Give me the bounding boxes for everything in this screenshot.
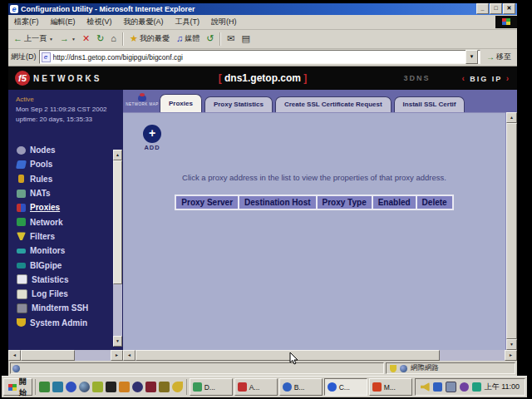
scrollbar-track[interactable] [135,350,505,361]
home-button[interactable]: ⌂ [107,32,120,45]
network-map-logo[interactable]: NETWORK MAP [125,90,160,112]
tab-proxy-statistics[interactable]: Proxy Statistics [204,96,273,112]
maximize-button[interactable]: □ [490,3,502,14]
scroll-left-icon[interactable]: ◄ [8,350,21,361]
favorites-button[interactable]: ★ 我的最愛 [126,32,173,46]
col-proxy-type[interactable]: Proxy Type [318,196,372,209]
scrollbar-thumb[interactable] [21,350,75,361]
sidebar-item-monitors[interactable]: Monitors [8,244,123,258]
sidebar-item-mindterm-ssh[interactable]: Mindterm SSH [8,301,123,315]
history-icon: ↺ [206,34,214,43]
col-delete[interactable]: Delete [417,196,452,209]
quick-launch-icon[interactable] [79,382,90,392]
quick-launch-icon[interactable] [92,382,103,392]
quick-launch-icon[interactable] [39,382,50,392]
scroll-down-icon[interactable]: ▼ [506,339,517,350]
favorites-icon: ★ [130,34,138,43]
sidebar-item-rules[interactable]: Rules [8,172,123,186]
col-proxy-server[interactable]: Proxy Server [176,196,238,209]
quick-launch-icon[interactable] [159,382,170,392]
quick-launch-icon[interactable] [66,382,76,392]
tab-proxies[interactable]: Proxies [160,94,202,112]
instruction-text: Click a proxy address in the list to vie… [123,173,505,182]
scroll-up-icon[interactable]: ▲ [506,112,517,123]
taskbar-window-button[interactable]: B... [279,378,323,396]
taskbar-clock: 上午 11:00 [485,382,520,392]
col-enabled[interactable]: Enabled [373,196,416,209]
quick-launch-icon[interactable] [132,382,143,392]
start-button[interactable]: 開始 [3,378,32,396]
media-button[interactable]: ♫ 媒體 [173,32,203,46]
sidebar-scrollbar[interactable]: ▲ ▼ [113,150,122,347]
sidebar-item-nats[interactable]: NATs [8,186,123,200]
sidebar-item-network[interactable]: Network [8,214,123,229]
sidebar-item-proxies[interactable]: Proxies [8,200,123,214]
sidebar-item-log-files[interactable]: Log Files [8,287,123,301]
scroll-right-icon[interactable]: ► [505,350,517,361]
system-tray: 上午 11:00 [415,378,525,396]
menu-help[interactable]: 說明(H) [205,15,243,29]
scroll-down-icon[interactable]: ▼ [113,336,122,347]
scrollbar-track[interactable] [21,350,111,361]
menu-file[interactable]: 檔案(F) [8,15,45,29]
taskbar-window-button-active[interactable]: C... [324,378,367,396]
stop-button[interactable]: ✕ [79,32,93,45]
ie-throbber [495,16,517,28]
scrollbar-thumb[interactable] [506,123,517,339]
scrollbar-thumb[interactable] [113,160,122,284]
sidebar-item-label: Rules [30,175,52,184]
forward-button[interactable]: → ▼ [57,32,79,45]
quick-launch-icon[interactable] [145,382,156,392]
scrollbar-thumb[interactable] [135,350,440,361]
quick-launch-icon[interactable] [172,382,183,392]
menu-view[interactable]: 檢視(V) [81,15,118,29]
scroll-up-icon[interactable]: ▲ [113,150,122,160]
taskbar-window-button[interactable]: M... [369,378,412,396]
content-vertical-scrollbar[interactable]: ▲ ▼ [505,112,517,350]
tray-icon[interactable] [433,382,442,392]
add-proxy-button[interactable]: + ADD [140,125,165,151]
sidebar-item-statistics[interactable]: Statistics [8,273,123,287]
col-destination-host[interactable]: Destination Host [239,196,315,209]
display-icon[interactable] [446,382,456,392]
home-icon: ⌂ [111,34,116,43]
quick-launch-icon[interactable] [52,382,63,392]
scroll-right-icon[interactable]: ► [111,350,123,361]
address-input[interactable] [53,53,464,62]
volume-icon[interactable] [421,382,430,392]
quick-launch-icon[interactable] [119,382,130,392]
address-dropdown-icon[interactable]: ▼ [466,50,478,64]
sidebar-horizontal-scrollbar[interactable]: ◄ ► [8,350,123,361]
tray-icon[interactable] [460,382,469,392]
history-button[interactable]: ↺ [203,32,217,45]
print-button[interactable]: ▤ [239,32,254,45]
sidebar-item-label: Network [30,218,62,227]
sidebar-item-filters[interactable]: Filters [8,229,123,244]
back-dropdown-icon[interactable]: ▼ [49,37,53,42]
menu-tools[interactable]: 工具(T) [170,15,206,29]
tray-icon[interactable] [472,382,481,392]
taskbar-window-button[interactable]: A... [234,378,278,396]
taskbar-window-button[interactable]: D... [190,378,233,396]
back-button[interactable]: ← 上一頁 ▼ [10,32,57,46]
sidebar-item-bigpipe[interactable]: BIGpipe [8,258,123,272]
scroll-left-icon[interactable]: ◄ [123,350,135,361]
minimize-button[interactable]: _ [476,3,489,14]
title-bar[interactable]: e Configuration Utility - Microsoft Inte… [8,3,517,15]
go-button[interactable]: → 移至 [483,51,515,63]
tab-create-ssl-certificate-request[interactable]: Create SSL Certificate Request [275,96,392,112]
sidebar-item-nodes[interactable]: Nodes [8,143,123,157]
content-horizontal-scrollbar[interactable]: ◄ ► [123,350,517,361]
tab-install-ssl-certificate[interactable]: Install SSL Certif [394,96,466,112]
forward-dropdown-icon[interactable]: ▼ [71,37,76,42]
sidebar-item-system-admin[interactable]: System Admin [8,316,123,330]
refresh-button[interactable]: ↻ [93,32,107,45]
quick-launch-icon[interactable] [106,382,116,392]
mail-button[interactable]: ✉ [224,32,238,45]
address-input-wrap: e ▼ [39,50,481,64]
sidebar-item-pools[interactable]: Pools [8,157,123,171]
menu-edit[interactable]: 編輯(E) [45,15,81,29]
menu-favorites[interactable]: 我的最愛(A) [118,15,170,29]
close-button[interactable]: ✕ [503,3,515,14]
scrollbar-track[interactable] [113,284,122,336]
